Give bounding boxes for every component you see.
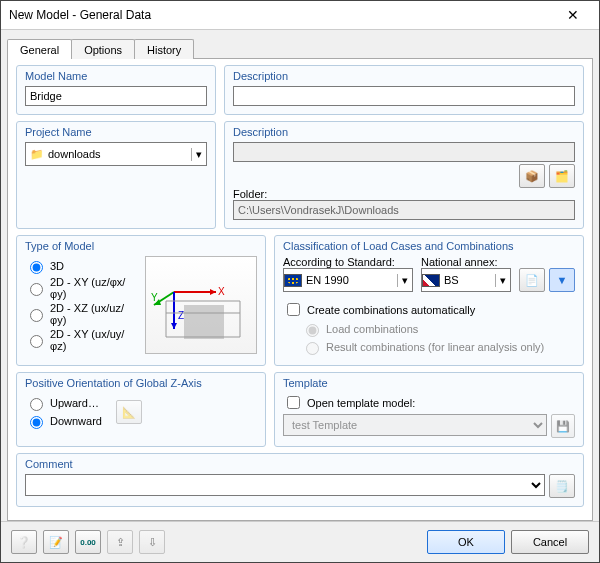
radio-2d-xy[interactable]: 2D - XY (uz/φx/φy) [25, 276, 139, 300]
check-auto-comb[interactable]: Create combinations automatically [283, 300, 575, 319]
group-template: Template [283, 377, 575, 389]
radio-result-comb: Result combinations (for linear analysis… [301, 339, 575, 355]
chevron-down-icon[interactable]: ▾ [495, 274, 510, 287]
group-type-model: Type of Model [25, 240, 257, 252]
model-desc-input[interactable] [233, 86, 575, 106]
project-new-icon[interactable]: 📦 [519, 164, 545, 188]
group-zaxis: Positive Orientation of Global Z-Axis [25, 377, 257, 389]
group-model-name: Model Name [25, 70, 207, 82]
svg-rect-9 [184, 305, 224, 339]
template-select: test Template [283, 414, 547, 436]
window-title: New Model - General Data [9, 8, 555, 22]
annex-label: National annex: [421, 256, 511, 268]
radio-3d[interactable]: 3D [25, 258, 139, 274]
model-preview-icon: X Y Z [145, 256, 257, 354]
folder-icon: 📁 [30, 148, 44, 161]
radio-upward[interactable]: Upward… [25, 395, 102, 411]
tab-panel-general: Model Name Description Project Name 📁 do… [7, 58, 593, 521]
group-project-name: Project Name [25, 126, 207, 138]
tab-options[interactable]: Options [71, 39, 135, 59]
group-model-desc: Description [233, 70, 575, 82]
radio-2d-xy2[interactable]: 2D - XY (ux/uy/φz) [25, 328, 139, 352]
group-project-desc: Description [233, 126, 575, 138]
dialog-window: New Model - General Data ✕ General Optio… [0, 0, 600, 563]
tab-strip: General Options History [1, 34, 599, 58]
uk-flag-icon [422, 274, 440, 287]
standard-details-icon[interactable]: 📄 [519, 268, 545, 292]
close-icon[interactable]: ✕ [555, 5, 591, 25]
template-save-icon[interactable]: 💾 [551, 414, 575, 438]
svg-marker-1 [210, 289, 216, 295]
ok-button[interactable]: OK [427, 530, 505, 554]
svg-text:Z: Z [178, 310, 184, 321]
annex-value: BS [444, 274, 495, 286]
group-comment: Comment [25, 458, 575, 470]
svg-text:Y: Y [151, 292, 158, 303]
comment-input[interactable] [25, 474, 545, 496]
project-manager-icon[interactable]: 🗂️ [549, 164, 575, 188]
radio-load-comb: Load combinations [301, 321, 575, 337]
chevron-down-icon[interactable]: ▾ [397, 274, 412, 287]
tab-general[interactable]: General [7, 39, 72, 59]
dialog-footer: ❔ 📝 0.00 ⇪ ⇩ OK Cancel [1, 521, 599, 562]
cancel-button[interactable]: Cancel [511, 530, 589, 554]
standard-label: According to Standard: [283, 256, 413, 268]
units-icon[interactable]: 0.00 [75, 530, 101, 554]
project-desc-input [233, 142, 575, 162]
project-name-value: downloads [48, 148, 191, 160]
folder-label: Folder: [233, 188, 575, 200]
comment-pick-icon[interactable]: 🗒️ [549, 474, 575, 498]
titlebar: New Model - General Data ✕ [1, 1, 599, 30]
help-icon[interactable]: ❔ [11, 530, 37, 554]
edit-icon[interactable]: 📝 [43, 530, 69, 554]
svg-text:X: X [218, 286, 225, 297]
radio-downward[interactable]: Downward [25, 413, 102, 429]
chevron-down-icon[interactable]: ▾ [191, 148, 206, 161]
eu-flag-icon [284, 274, 302, 287]
export-icon[interactable]: ⇪ [107, 530, 133, 554]
model-name-input[interactable] [25, 86, 207, 106]
filter-icon[interactable]: ▼ [549, 268, 575, 292]
standard-value: EN 1990 [306, 274, 397, 286]
radio-2d-xz[interactable]: 2D - XZ (ux/uz/φy) [25, 302, 139, 326]
tab-history[interactable]: History [134, 39, 194, 59]
zaxis-help-icon[interactable]: 📐 [116, 400, 142, 424]
svg-marker-5 [171, 323, 177, 329]
check-open-template[interactable]: Open template model: [283, 393, 575, 412]
group-classification: Classification of Load Cases and Combina… [283, 240, 575, 252]
folder-path [233, 200, 575, 220]
import-icon[interactable]: ⇩ [139, 530, 165, 554]
